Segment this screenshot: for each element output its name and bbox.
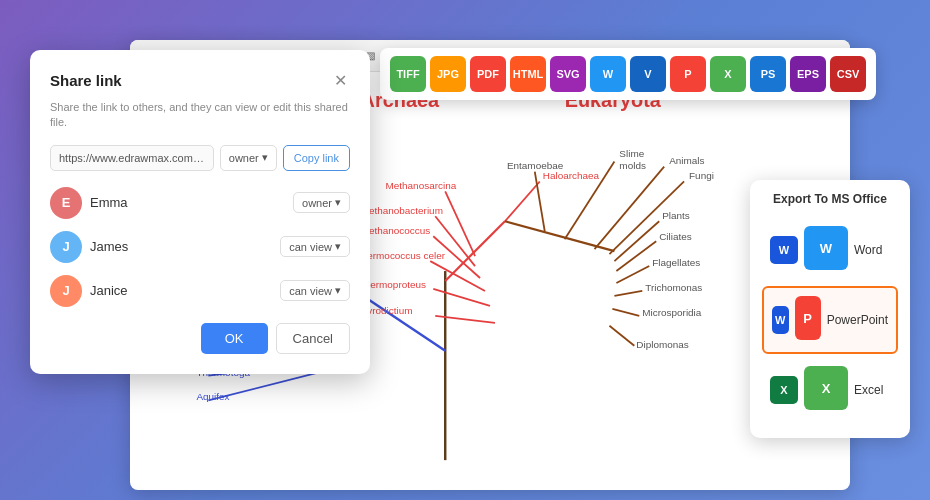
svg-text:Trichomonas: Trichomonas [645,282,702,293]
svg-text:Fungi: Fungi [689,170,714,181]
svg-text:Methanococcus: Methanococcus [361,225,431,236]
format-eps[interactable]: EPS [790,56,826,92]
format-jpg[interactable]: JPG [430,56,466,92]
format-bar: TIFF JPG PDF HTML SVG W V P X PS EPS CSV [380,48,876,100]
dialog-description: Share the link to others, and they can v… [50,100,350,131]
svg-line-38 [505,221,614,251]
export-item-powerpoint[interactable]: W P PowerPoint [762,286,898,354]
owner-chevron: ▾ [262,151,268,164]
owner-label: owner [229,152,259,164]
svg-text:Animals: Animals [669,155,704,166]
link-row: https://www.edrawmax.com/online/fil owne… [50,145,350,171]
dialog-title: Share link [50,72,122,89]
avatar-emma: E [50,187,82,219]
role-label-emma: owner [302,197,332,209]
ok-button[interactable]: OK [201,323,268,354]
export-item-word[interactable]: W W Word [762,218,898,282]
svg-line-36 [505,181,540,221]
user-name-emma: Emma [90,195,285,210]
owner-badge[interactable]: owner ▾ [220,145,277,171]
svg-text:Methanobacterium: Methanobacterium [361,205,443,216]
format-html[interactable]: HTML [510,56,546,92]
format-svg[interactable]: SVG [550,56,586,92]
svg-text:Plants: Plants [662,210,690,221]
format-tiff[interactable]: TIFF [390,56,426,92]
format-ps[interactable]: PS [750,56,786,92]
ppt-icon-small: W [772,306,789,334]
avatar-janice: J [50,275,82,307]
excel-icon-small: X [770,376,798,404]
ppt-icon-large: P [795,296,821,340]
user-row-emma: E Emma owner ▾ [50,187,350,219]
svg-text:Aquifex: Aquifex [196,391,229,402]
role-chevron-james: ▾ [335,240,341,253]
svg-text:Haloarchaea: Haloarchaea [543,170,600,181]
svg-text:Slime: Slime [619,148,644,159]
close-button[interactable]: ✕ [330,70,350,90]
role-label-james: can view [289,241,332,253]
ppt-label: PowerPoint [827,313,888,327]
format-ppt[interactable]: P [670,56,706,92]
user-name-james: James [90,239,272,254]
svg-line-52 [616,266,649,283]
dialog-footer: OK Cancel [50,323,350,354]
word-label: Word [854,243,882,257]
user-row-james: J James can view ▾ [50,231,350,263]
word-icon-large: W [804,226,848,270]
export-item-excel[interactable]: X X Excel [762,358,898,422]
role-badge-james[interactable]: can view ▾ [280,236,350,257]
svg-line-56 [612,309,639,316]
format-excel[interactable]: X [710,56,746,92]
excel-label: Excel [854,383,883,397]
role-chevron-janice: ▾ [335,284,341,297]
role-badge-janice[interactable]: can view ▾ [280,280,350,301]
link-input[interactable]: https://www.edrawmax.com/online/fil [50,145,214,171]
role-badge-emma[interactable]: owner ▾ [293,192,350,213]
svg-line-58 [609,326,634,346]
share-dialog: Share link ✕ Share the link to others, a… [30,50,370,374]
svg-line-23 [445,221,505,281]
role-chevron-emma: ▾ [335,196,341,209]
avatar-james: J [50,231,82,263]
svg-text:molds: molds [619,160,646,171]
svg-text:Flagellates: Flagellates [652,257,700,268]
copy-link-button[interactable]: Copy link [283,145,350,171]
dialog-header: Share link ✕ [50,70,350,90]
svg-text:Entamoebae: Entamoebae [507,160,564,171]
format-pdf[interactable]: PDF [470,56,506,92]
svg-text:Ciliates: Ciliates [659,231,692,242]
svg-line-32 [433,289,490,306]
svg-line-54 [614,291,642,296]
format-visio[interactable]: V [630,56,666,92]
format-word[interactable]: W [590,56,626,92]
svg-line-50 [616,241,656,271]
export-title: Export To MS Office [762,192,898,206]
export-panel: Export To MS Office W W Word W P PowerPo… [750,180,910,438]
user-row-janice: J Janice can view ▾ [50,275,350,307]
word-icon-small: W [770,236,798,264]
svg-line-44 [595,167,665,250]
svg-text:Methanosarcina: Methanosarcina [386,180,457,191]
format-csv[interactable]: CSV [830,56,866,92]
cancel-button[interactable]: Cancel [276,323,350,354]
svg-text:Diplomonas: Diplomonas [636,339,689,350]
user-name-janice: Janice [90,283,272,298]
excel-icon-large: X [804,366,848,410]
role-label-janice: can view [289,285,332,297]
svg-text:Microsporidia: Microsporidia [642,307,702,318]
